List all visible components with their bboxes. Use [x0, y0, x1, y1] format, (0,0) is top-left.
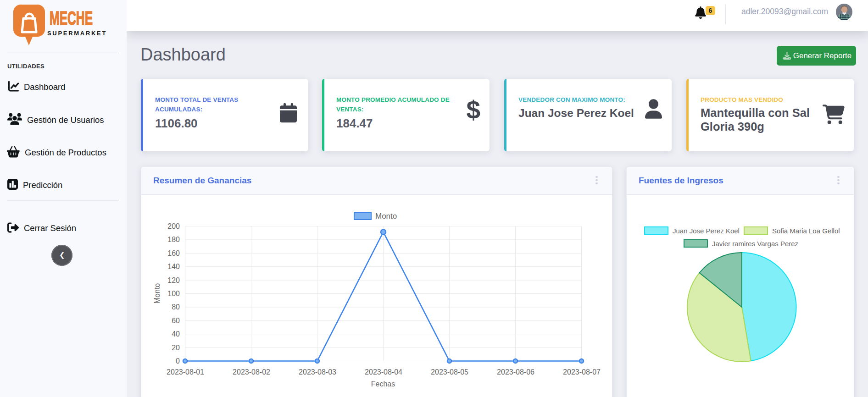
svg-text:200: 200: [167, 222, 180, 230]
svg-text:60: 60: [172, 317, 180, 325]
svg-text:Sofia Maria Loa Gellol: Sofia Maria Loa Gellol: [772, 227, 840, 235]
svg-text:Javier ramires Vargas Perez: Javier ramires Vargas Perez: [712, 240, 798, 248]
svg-text:2023-08-05: 2023-08-05: [431, 368, 468, 376]
svg-text:0: 0: [176, 357, 180, 365]
svg-text:80: 80: [172, 303, 180, 311]
svg-text:2023-08-06: 2023-08-06: [497, 368, 534, 376]
svg-text:Juan Jose Perez Koel: Juan Jose Perez Koel: [673, 227, 740, 235]
svg-text:2023-08-01: 2023-08-01: [167, 368, 204, 376]
svg-text:180: 180: [167, 236, 180, 243]
svg-text:2023-08-04: 2023-08-04: [365, 368, 402, 376]
svg-text:2023-08-02: 2023-08-02: [233, 368, 270, 376]
svg-text:140: 140: [167, 263, 180, 270]
svg-text:Fechas: Fechas: [371, 380, 395, 388]
svg-text:160: 160: [167, 249, 180, 257]
svg-text:Monto: Monto: [375, 212, 397, 221]
svg-text:40: 40: [172, 330, 180, 338]
svg-text:2023-08-03: 2023-08-03: [299, 368, 336, 376]
svg-text:Monto: Monto: [153, 283, 161, 304]
svg-text:20: 20: [172, 344, 180, 352]
svg-text:120: 120: [167, 276, 180, 284]
svg-text:100: 100: [167, 290, 180, 298]
svg-text:2023-08-07: 2023-08-07: [563, 368, 601, 376]
